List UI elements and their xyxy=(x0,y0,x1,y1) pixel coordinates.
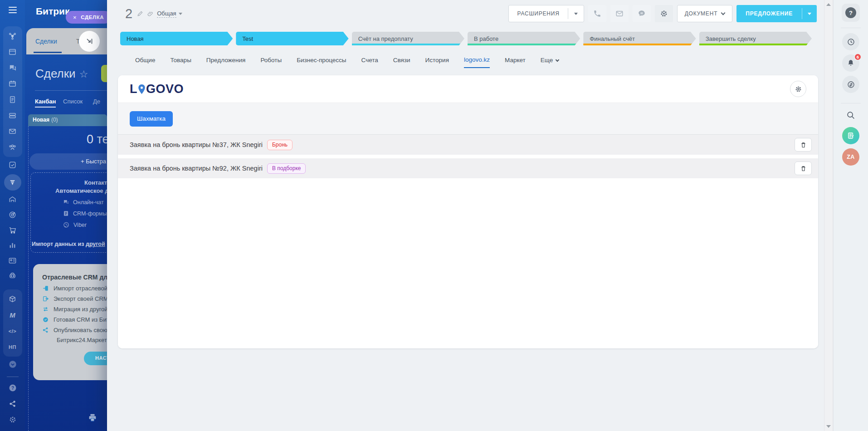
tab-more[interactable]: Еще xyxy=(541,57,559,68)
tab-market[interactable]: Маркет xyxy=(505,57,526,68)
m-app-icon[interactable]: M xyxy=(3,307,22,323)
marketing-target-icon[interactable] xyxy=(3,207,22,223)
tab-robots[interactable]: Роботы xyxy=(260,57,282,68)
scroll-down-arrow-icon[interactable] xyxy=(826,425,831,428)
stage-in-progress[interactable]: В работе xyxy=(468,32,580,45)
vertical-scrollbar[interactable] xyxy=(824,0,833,431)
notifications-bell-button[interactable]: 6 xyxy=(842,54,859,72)
live-feed-icon[interactable] xyxy=(3,28,22,44)
warehouse-icon[interactable] xyxy=(3,192,22,207)
shop-cart-icon[interactable] xyxy=(3,222,22,238)
nav-group-collaboration xyxy=(3,26,22,157)
printer-icon[interactable] xyxy=(88,413,98,425)
channel-online-chat[interactable]: Онлайн-чат xyxy=(63,199,104,206)
settings-gear-button[interactable] xyxy=(655,5,673,22)
view-tab-list[interactable]: Список xyxy=(63,98,83,105)
robot-automation-icon[interactable] xyxy=(3,268,22,284)
tab-links[interactable]: Связи xyxy=(393,57,410,68)
stage-close-deal[interactable]: Завершить сделку xyxy=(699,32,812,45)
tab-history[interactable]: История xyxy=(425,57,449,68)
news-window-icon[interactable] xyxy=(3,44,22,60)
crm-item-import[interactable]: Импорт отраслевой ( xyxy=(42,285,107,292)
user-avatar[interactable]: ZA xyxy=(842,148,859,166)
chevron-down-icon xyxy=(179,13,182,15)
channel-viber[interactable]: Viber xyxy=(63,221,87,229)
view-tab-kanban[interactable]: Канбан xyxy=(35,98,56,108)
favorite-star-icon[interactable]: ☆ xyxy=(79,69,88,80)
scroll-up-arrow-icon[interactable] xyxy=(826,3,831,6)
edit-pencil-icon[interactable] xyxy=(137,10,143,17)
tab-products[interactable]: Товары xyxy=(170,57,191,68)
crm-item-publish[interactable]: Опубликовать свою xyxy=(42,327,107,333)
deal-chip-button[interactable]: × СДЕЛКА xyxy=(66,11,107,24)
tab-quotes[interactable]: Предложения xyxy=(206,57,246,68)
share-icon[interactable] xyxy=(3,396,22,411)
import-data-link[interactable]: Импорт данных из другой xyxy=(32,241,105,247)
stage-test[interactable]: Test xyxy=(236,32,348,45)
stage-final-invoice[interactable]: Финальный счёт xyxy=(583,32,696,45)
crm-funnel-icon[interactable] xyxy=(4,174,21,191)
collapse-menu-chevron-icon[interactable] xyxy=(3,357,22,372)
tab-invoices[interactable]: Счета xyxy=(361,57,378,68)
crm-item-cloud[interactable]: Готовая CRM из Битр xyxy=(42,316,107,323)
close-icon[interactable]: × xyxy=(73,14,77,21)
kanban-column-header[interactable]: Новая(0) xyxy=(28,114,107,126)
import-link-underlined[interactable]: другой xyxy=(86,241,105,247)
documents-icon[interactable] xyxy=(3,92,22,108)
np-app-icon[interactable]: НП xyxy=(3,339,22,355)
extensions-dropdown[interactable] xyxy=(568,5,584,22)
chat-button[interactable] xyxy=(633,5,651,22)
collapse-panel-button[interactable] xyxy=(79,31,100,52)
delete-request-button[interactable] xyxy=(795,138,812,152)
stage-prepayment-invoice[interactable]: Счёт на предоплату xyxy=(352,32,464,45)
drive-icon[interactable] xyxy=(3,108,22,123)
search-icon[interactable] xyxy=(846,110,856,122)
view-tab-truncated[interactable]: Де xyxy=(93,98,100,105)
mail-icon[interactable] xyxy=(3,123,22,139)
booking-request-row-1[interactable]: Заявка на бронь квартиры №37, ЖК Snegiri… xyxy=(118,135,818,155)
add-deal-lime-button[interactable] xyxy=(101,65,107,82)
extensions-split-button[interactable]: РАСШИРЕНИЯ xyxy=(508,5,584,22)
groups-icon[interactable] xyxy=(3,139,22,155)
slider-tab-deals[interactable]: Сделки xyxy=(35,38,57,45)
settings-gear-icon[interactable] xyxy=(3,411,22,427)
crm-item-migration[interactable]: Миграция из другой xyxy=(42,306,107,313)
caret-down-icon xyxy=(808,13,811,15)
tab-business-processes[interactable]: Бизнес-процессы xyxy=(297,57,346,68)
menu-hamburger-icon[interactable] xyxy=(0,0,25,20)
pipeline-selector[interactable]: Общая xyxy=(157,10,182,18)
email-button[interactable] xyxy=(610,5,629,22)
messenger-dialog-button[interactable] xyxy=(842,76,859,93)
tab-logovo-kz[interactable]: logovo.kz xyxy=(464,56,490,68)
notification-count-badge: 6 xyxy=(854,53,862,61)
divider xyxy=(841,103,861,103)
delete-request-button[interactable] xyxy=(795,162,812,175)
time-tracker-button[interactable] xyxy=(842,33,859,50)
tab-general[interactable]: Общие xyxy=(135,57,155,68)
channel-crm-forms[interactable]: CRM-формы xyxy=(63,210,107,217)
app-settings-gear-button[interactable] xyxy=(790,81,806,97)
proposal-split-button[interactable]: ПРЕДЛОЖЕНИЕ xyxy=(736,5,817,22)
help-icon[interactable]: ? xyxy=(3,380,22,396)
analytics-chart-icon[interactable] xyxy=(3,238,22,253)
crm-item-export[interactable]: Экспорт своей CRM в xyxy=(42,295,107,302)
document-button[interactable]: ДОКУМЕНТ xyxy=(677,5,733,22)
booking-request-row-2[interactable]: Заявка на бронь квартиры №92, ЖК Snegiri… xyxy=(118,158,818,178)
channel-label: Онлайн-чат xyxy=(73,199,104,206)
paperclip-icon[interactable] xyxy=(147,10,153,17)
messenger-icon[interactable] xyxy=(3,60,22,76)
stage-new[interactable]: Новая xyxy=(120,32,233,45)
cube-app-icon[interactable] xyxy=(3,291,22,307)
tasks-icon[interactable] xyxy=(3,157,22,173)
call-button[interactable] xyxy=(588,5,606,22)
chessboard-button[interactable]: Шахматка xyxy=(130,111,173,127)
help-button[interactable]: ? xyxy=(842,4,860,22)
quick-deal-button[interactable]: + Быстра xyxy=(29,153,107,170)
proposal-dropdown[interactable] xyxy=(802,5,817,22)
calendar-icon[interactable] xyxy=(3,76,22,92)
notes-widget-button[interactable] xyxy=(842,127,859,144)
kanban-column-count: (0) xyxy=(51,117,58,123)
company-contacts-icon[interactable] xyxy=(3,253,22,268)
code-app-icon[interactable]: </> xyxy=(3,323,22,339)
crm-setup-button[interactable]: НАСТРО xyxy=(84,352,107,365)
